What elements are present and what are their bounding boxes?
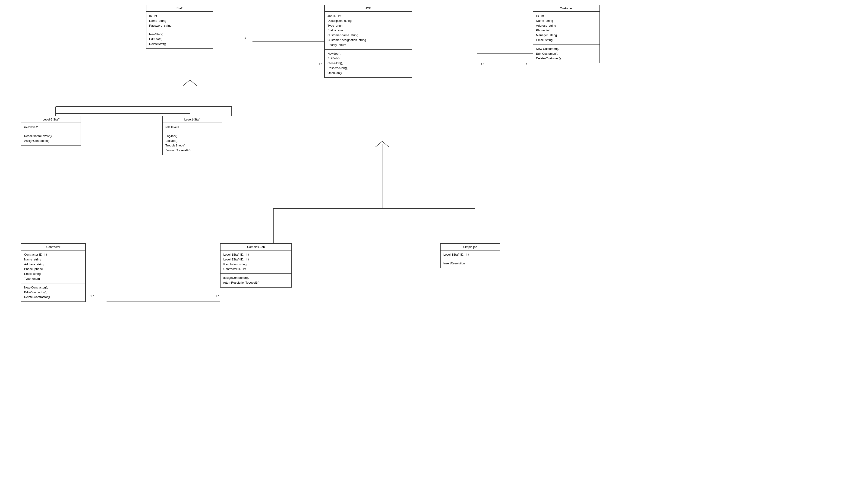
staff-class: Staff ID int Name string Password string… <box>146 5 213 49</box>
complexjob-attr-1: Level-1Staff-ID, int <box>223 253 289 257</box>
complexjob-methods: assignContractor(), returnResolutionToLe… <box>220 274 291 287</box>
level1staff-attr-1: role:level1 <box>165 125 219 130</box>
job-attributes: Job-ID int Description string Type enum … <box>325 12 412 50</box>
customer-method-2: Edit-Customer(), <box>536 52 597 56</box>
level1staff-method-3: TroubleShoot() <box>165 143 219 148</box>
contractor-methods: New-Contractor(), Edit-Contractor(), Del… <box>21 283 85 301</box>
level2staff-attributes: role:level2 <box>21 123 81 132</box>
simplejob-methods: insertResolution <box>440 259 500 268</box>
job-attr-6: Customer-designation string <box>328 38 409 43</box>
contractor-class: Contractor Contractor-ID int Name string… <box>21 243 86 302</box>
staff-title: Staff <box>146 5 213 12</box>
level1staff-class: Level1-Staff role:level1 LogJob() EditJo… <box>162 116 222 155</box>
job-method-2: EditJob(), <box>328 56 409 61</box>
simplejob-attr-1: Level-1Staff-ID, int <box>443 253 497 257</box>
job-methods: NewJob(), EditJob(), CloseJob(), Resolve… <box>325 50 412 78</box>
job-attr-4: Status enum <box>328 28 409 33</box>
contractor-method-3: Delete-Contractor() <box>24 295 82 300</box>
complexjob-title: Complex-Job <box>220 244 291 250</box>
staff-method-3: DeleteStaff() <box>149 42 210 46</box>
multiplicity-5: 1.* <box>90 294 94 298</box>
level2staff-class: Level-2 Staff role:level2 ResolutiontoLe… <box>21 116 81 146</box>
contractor-attr-4: Phone phone <box>24 267 82 272</box>
job-method-3: CloseJob(), <box>328 61 409 66</box>
contractor-attributes: Contractor-ID int Name string Address st… <box>21 250 85 283</box>
complexjob-method-1: assignContractor(), <box>223 275 289 281</box>
staff-attr-1: ID int <box>149 14 210 18</box>
customer-method-1: New-Customer(), <box>536 46 597 52</box>
contractor-method-1: New-Contractor(), <box>24 285 82 290</box>
contractor-attr-1: Contractor-ID int <box>24 253 82 257</box>
customer-methods: New-Customer(), Edit-Customer(), Delete-… <box>533 45 600 63</box>
multiplicity-4: 1 <box>526 63 528 66</box>
job-class: JOB Job-ID int Description string Type e… <box>324 5 412 78</box>
customer-method-3: Delete-Customer() <box>536 56 597 61</box>
job-attr-5: Customer-name string <box>328 33 409 38</box>
diagram-connections <box>0 0 861 504</box>
customer-attr-1: ID int <box>536 14 597 18</box>
multiplicity-3: 1.* <box>481 63 484 66</box>
complexjob-class: Complex-Job Level-1Staff-ID, int Level-2… <box>220 243 292 288</box>
level2staff-title: Level-2 Staff <box>21 116 81 123</box>
staff-method-2: EditStaff() <box>149 37 210 42</box>
level1staff-attributes: role:level1 <box>163 123 222 132</box>
contractor-attr-2: Name string <box>24 257 82 262</box>
complexjob-attr-2: Level-2Staff-ID, int <box>223 257 289 262</box>
contractor-attr-5: Email string <box>24 272 82 276</box>
job-method-4: ResolvedJob(), <box>328 66 409 71</box>
job-title: JOB <box>325 5 412 12</box>
staff-attributes: ID int Name string Password string <box>146 12 213 30</box>
level2staff-method-2: AssignContractor() <box>24 139 78 144</box>
complexjob-attributes: Level-1Staff-ID, int Level-2Staff-ID, in… <box>220 250 291 274</box>
level1staff-method-4: ForwardToLevel2() <box>165 148 219 153</box>
job-attr-3: Type enum <box>328 23 409 28</box>
simplejob-class: Simple job Level-1Staff-ID, int insertRe… <box>440 243 500 268</box>
multiplicity-6: 1.* <box>216 294 219 298</box>
staff-methods: NewStaff() EditStaff() DeleteStaff() <box>146 30 213 48</box>
customer-attr-6: Email string <box>536 38 597 43</box>
multiplicity-2: 1.* <box>318 63 322 66</box>
complexjob-attr-4: Contractor-ID int <box>223 267 289 272</box>
level1staff-method-1: LogJob() <box>165 134 219 139</box>
simplejob-title: Simple job <box>440 244 500 250</box>
customer-class: Customer ID int Name string Address stri… <box>533 5 600 63</box>
multiplicity-1: 1 <box>244 36 246 39</box>
job-attr-1: Job-ID int <box>328 14 409 18</box>
job-attr-7: Priority enum <box>328 43 409 47</box>
level1staff-methods: LogJob() EditJob() TroubleShoot() Forwar… <box>163 132 222 155</box>
level2staff-methods: ResolutiontoLevel2() AssignContractor() <box>21 132 81 145</box>
contractor-attr-3: Address string <box>24 262 82 267</box>
simplejob-attributes: Level-1Staff-ID, int <box>440 250 500 259</box>
staff-method-1: NewStaff() <box>149 32 210 37</box>
job-attr-2: Description string <box>328 18 409 23</box>
customer-attr-4: Phone int <box>536 28 597 33</box>
staff-attr-3: Password string <box>149 23 210 28</box>
staff-attr-2: Name string <box>149 18 210 23</box>
contractor-title: Contractor <box>21 244 85 250</box>
customer-title: Customer <box>533 5 600 12</box>
customer-attr-2: Name string <box>536 18 597 23</box>
simplejob-method-1: insertResolution <box>443 261 497 266</box>
contractor-method-2: Edit-Contractor(), <box>24 290 82 295</box>
level1staff-title: Level1-Staff <box>163 116 222 123</box>
customer-attr-5: Manager string <box>536 33 597 38</box>
level2staff-method-1: ResolutiontoLevel2() <box>24 134 78 139</box>
customer-attributes: ID int Name string Address string Phone … <box>533 12 600 45</box>
level1staff-method-2: EditJob() <box>165 139 219 144</box>
customer-attr-3: Address string <box>536 23 597 28</box>
job-method-1: NewJob(), <box>328 52 409 56</box>
contractor-attr-6: Type enum <box>24 276 82 281</box>
job-method-5: OpenJob() <box>328 71 409 76</box>
level2staff-attr-1: role:level2 <box>24 125 78 130</box>
complexjob-method-2: returnResolutionToLevel1() <box>223 281 289 285</box>
complexjob-attr-3: Resolution string <box>223 262 289 267</box>
